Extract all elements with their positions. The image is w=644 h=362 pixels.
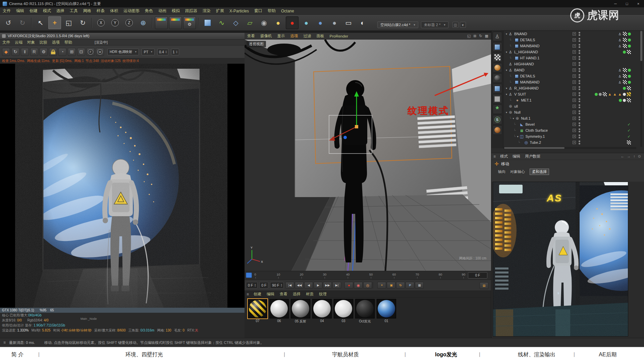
viewport-corner-icon-2[interactable]: ↻ [479,34,482,38]
current-frame-box[interactable]: 0 F [468,272,487,279]
octane-sky-sphere-icon[interactable]: ● [314,16,327,29]
live-select-icon[interactable]: ↖ [34,16,47,29]
expand-arrow-icon[interactable]: ▾ [512,117,515,120]
expand-arrow-icon[interactable]: ▾ [516,135,519,138]
object-row[interactable]: └●MET.1× [503,97,636,103]
octane-metal-sphere-icon[interactable]: ● [328,16,341,29]
autokey-icon[interactable]: ◉ [354,282,363,289]
key-parameter-icon[interactable]: P [406,282,414,289]
enabled-toggle[interactable]: × [573,44,576,48]
object-row[interactable]: ▾♙BAND×♙ [503,67,636,73]
octane-region-icon[interactable]: R [30,48,38,56]
tab-options-icon[interactable]: ▾ [460,22,466,28]
object-row[interactable]: ▾♙BNAND×♙ [503,31,636,37]
visibility-dots[interactable] [579,116,580,120]
enabled-toggle[interactable]: × [573,38,576,42]
material-menu-选择[interactable]: 选择 [290,292,303,297]
green-tag-icon[interactable] [595,93,598,96]
enabled-toggle[interactable]: × [573,62,576,66]
bronze-ball-strip-icon[interactable] [493,63,502,72]
status-hamburger-icon[interactable]: ≡ [0,340,9,345]
expand-arrow-icon[interactable]: ▾ [505,33,508,36]
checker-tag-icon[interactable] [623,44,627,48]
range-start-field[interactable]: 0 F [259,282,268,289]
render-region-icon[interactable] [169,16,182,29]
enabled-toggle[interactable]: × [573,86,576,90]
visibility-dots[interactable] [579,38,580,42]
menu-item-动画[interactable]: 动画 [156,8,169,14]
copper-ball-strip-icon[interactable] [493,125,502,135]
material-menu-编辑[interactable]: 编辑 [264,292,277,297]
menu-item-扩展[interactable]: 扩展 [213,8,227,14]
figure-strip-icon[interactable]: ♙ [493,32,502,41]
rotate-tool-icon[interactable]: ↻ [76,16,89,29]
green-tag-icon[interactable] [628,33,631,36]
checker-tag-icon[interactable] [627,140,631,144]
octane-region-add-icon[interactable]: ⊞ [68,48,76,56]
key-pla-icon[interactable]: ▦ [415,282,424,289]
figure-tag-icon[interactable]: ♙ [618,68,622,72]
attribute-tab-用户数据[interactable]: 用户数据 [523,154,543,159]
octane-settings-gear-icon[interactable]: ⚙ [40,48,48,56]
object-row[interactable]: ▾♙V SUIT×▲▲▲ [503,91,636,97]
lock-x-axis-icon[interactable]: X [95,16,107,29]
object-row[interactable]: └DETAILS×♙ [503,37,636,43]
menu-item-运动图形[interactable]: 运动图形 [121,8,142,14]
material-swatch[interactable]: 06 [269,299,289,324]
material-swatch[interactable]: 01 [376,299,397,324]
tri-tag-icon[interactable]: ▲ [608,92,612,96]
octane-menu-比较[interactable]: 比较 [37,40,50,45]
menu-item-Octane[interactable]: Octane [278,9,297,13]
course-tab-宇航员材质[interactable]: 宇航员材质 [332,351,359,358]
tri-tag-icon[interactable]: ▲ [613,92,617,96]
visibility-dots[interactable] [579,86,580,90]
viewport-corner-icon-1[interactable]: ⊞ [473,34,476,38]
add-cube-icon[interactable] [201,16,214,29]
menu-item-文件[interactable]: 文件 [0,8,13,14]
enabled-toggle[interactable]: × [573,141,576,144]
checker-tag-icon[interactable] [627,86,631,90]
course-tab-logo发光[interactable]: logo发光 [435,351,457,358]
checker-tag-icon[interactable] [623,38,627,42]
scale-tool-icon[interactable]: ◱ [62,16,75,29]
checker-strip-icon[interactable] [493,53,502,62]
next-frame-icon[interactable]: ▶▶ [323,282,332,289]
green-tag-icon[interactable] [623,51,626,54]
menu-item-跟踪器[interactable]: 跟踪器 [182,8,200,14]
expand-arrow-icon[interactable]: ▾ [505,93,508,96]
document-tab-active[interactable]: 空间站白膜2.c4d *▾ [377,21,418,28]
octane-pause-icon[interactable]: ‖ [21,48,29,56]
generator-strip-icon[interactable]: * [493,105,502,114]
octane-menu-对象[interactable]: 对象 [25,40,37,45]
dark-ball-strip-icon[interactable] [493,73,502,83]
viewport-corner-icon-3[interactable]: ▦ [485,34,488,38]
render-preview-panel[interactable]: AS 9 [493,182,628,337]
green-tag-icon[interactable] [628,45,631,48]
s-badge-strip-icon[interactable]: S [493,115,502,124]
object-row[interactable]: └▦Cloth Surface×✓ [503,127,636,133]
menu-item-选择[interactable]: 选择 [54,8,67,14]
go-to-end-icon[interactable]: ▶| [332,282,341,289]
expand-arrow-icon[interactable]: ▾ [505,111,508,114]
cubes-strip-icon[interactable] [493,42,502,52]
enabled-toggle[interactable]: × [573,50,576,54]
menu-item-样条[interactable]: 样条 [94,8,107,14]
viewport-menu-摄像机[interactable]: 摄像机 [258,34,275,39]
visibility-dots[interactable] [579,134,580,138]
timeline-options-icon[interactable]: ▤ [480,282,488,289]
checker-tag-icon[interactable] [623,74,627,78]
key-rotation-icon[interactable]: ↻ [396,282,405,289]
viewport-corner-icon-0[interactable]: ◱ [467,34,471,38]
checker-tag-icon[interactable] [627,50,631,54]
octane-render-canvas[interactable] [0,64,245,308]
course-tab-环境、四壁打光[interactable]: 环境、四壁打光 [125,351,163,358]
visibility-dots[interactable] [579,80,580,84]
enabled-toggle[interactable]: × [573,105,576,108]
green-tag-icon[interactable] [628,75,631,78]
key-scale-icon[interactable]: ▣ [387,282,395,289]
expand-arrow-icon[interactable]: ▾ [505,51,508,54]
object-row[interactable]: ⊕ull× [503,103,636,109]
enabled-toggle[interactable]: × [573,32,576,36]
attribute-hamburger-icon[interactable]: ≡ [491,154,498,159]
menu-item-X-Particles[interactable]: X-Particles [227,9,252,13]
